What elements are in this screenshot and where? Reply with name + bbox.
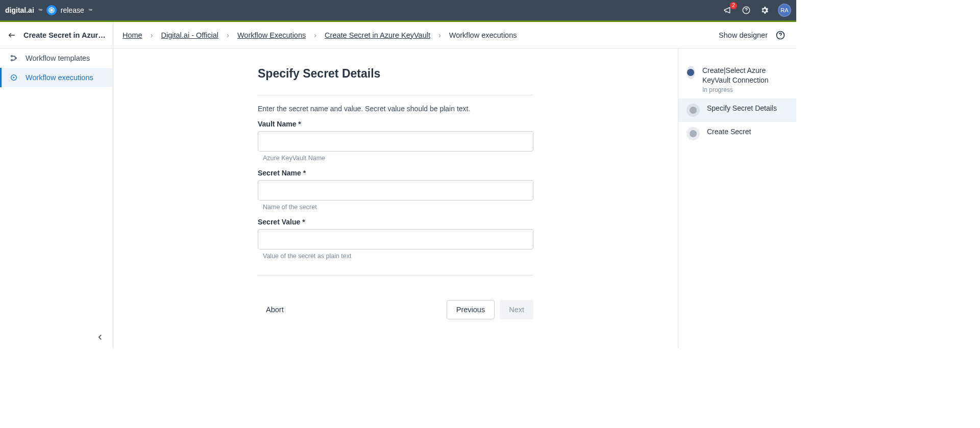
step-label: Create|Select Azure KeyVault Connection (702, 66, 788, 85)
svg-point-6 (11, 60, 13, 61)
secret-name-input[interactable] (258, 180, 533, 200)
right-rail-steps: Create|Select Azure KeyVault Connection … (678, 48, 796, 348)
breadcrumb-link[interactable]: Digital.ai - Official (161, 31, 219, 39)
breadcrumb-current: Workflow executions (449, 31, 517, 39)
secret-value-label: Secret Value * (258, 218, 533, 226)
svg-point-2 (746, 12, 747, 12)
secret-name-help: Name of the secret (263, 204, 533, 211)
product-icon (46, 5, 57, 15)
step-label: Create Secret (707, 127, 751, 137)
body: Workflow templates Workflow executions S… (0, 48, 796, 348)
announcements-badge: 2 (730, 2, 737, 9)
step-dot-icon (687, 66, 695, 79)
breadcrumb: Home › Digital.ai - Official › Workflow … (113, 31, 708, 39)
step-connection[interactable]: Create|Select Azure KeyVault Connection … (678, 61, 796, 98)
divider (258, 95, 533, 95)
main-content: Specify Secret Details Enter the secret … (113, 48, 678, 348)
svg-point-5 (11, 56, 13, 57)
step-create-secret[interactable]: Create Secret (678, 122, 796, 145)
chevron-right-icon: › (151, 31, 153, 39)
sidebar-item-workflow-executions[interactable]: Workflow executions (0, 68, 113, 87)
workflow-executions-icon (9, 73, 18, 82)
header-actions: 2 RA (723, 4, 791, 17)
step-dot-icon (687, 104, 700, 117)
help-icon[interactable] (741, 5, 751, 15)
subheader: Create Secret in Azure... Home › Digital… (0, 22, 796, 48)
abort-button[interactable]: Abort (258, 300, 293, 319)
subheader-title: Create Secret in Azure... (23, 31, 106, 39)
settings-icon[interactable] (760, 5, 770, 15)
chevron-right-icon: › (227, 31, 229, 39)
subheader-left: Create Secret in Azure... (0, 22, 113, 48)
show-designer-link[interactable]: Show designer (719, 31, 768, 39)
chevron-right-icon: › (314, 31, 316, 39)
step-label: Specify Secret Details (707, 104, 777, 113)
sidebar-item-workflow-templates[interactable]: Workflow templates (0, 48, 113, 68)
secret-name-label: Secret Name * (258, 169, 533, 177)
secret-value-input[interactable] (258, 229, 533, 249)
context-help-icon[interactable] (775, 30, 786, 41)
secret-value-help: Value of the secret as plain text (263, 253, 533, 260)
left-sidebar: Workflow templates Workflow executions (0, 48, 113, 348)
step-specify-secret[interactable]: Specify Secret Details (678, 98, 796, 122)
workflow-templates-icon (9, 54, 18, 63)
form-description: Enter the secret name and value. Secret … (258, 105, 533, 113)
brand: digital.ai™ release™ (5, 5, 92, 15)
sidebar-item-label: Workflow executions (26, 73, 93, 82)
announcements-icon[interactable]: 2 (723, 5, 733, 15)
step-dot-icon (687, 127, 700, 140)
brand-logo-text: digital.ai (5, 6, 34, 14)
page-title: Specify Secret Details (258, 67, 533, 81)
divider (258, 275, 533, 275)
vault-name-help: Azure KeyVault Name (263, 155, 533, 162)
product-name: release (61, 6, 84, 14)
subheader-right: Show designer (708, 30, 796, 41)
sidebar-collapse (0, 326, 113, 348)
back-icon[interactable] (7, 31, 16, 40)
collapse-sidebar-icon[interactable] (95, 333, 105, 342)
step-status: In progress (702, 86, 788, 93)
vault-name-input[interactable] (258, 131, 533, 152)
brand-tm: ™ (38, 8, 42, 13)
breadcrumb-link[interactable]: Create Secret in Azure KeyVault (325, 31, 430, 39)
breadcrumb-link[interactable]: Home (122, 31, 142, 39)
svg-point-7 (15, 58, 17, 59)
sidebar-item-label: Workflow templates (26, 54, 90, 62)
vault-name-label: Vault Name * (258, 120, 533, 128)
next-button[interactable]: Next (500, 300, 533, 319)
secret-form: Specify Secret Details Enter the secret … (258, 67, 533, 328)
product-tm: ™ (88, 8, 92, 13)
form-actions: Abort Previous Next (258, 300, 533, 319)
svg-point-4 (780, 37, 781, 37)
app-header: digital.ai™ release™ 2 RA (0, 0, 796, 20)
breadcrumb-link[interactable]: Workflow Executions (237, 31, 306, 39)
avatar[interactable]: RA (778, 4, 791, 17)
chevron-right-icon: › (438, 31, 441, 39)
previous-button[interactable]: Previous (447, 300, 495, 319)
